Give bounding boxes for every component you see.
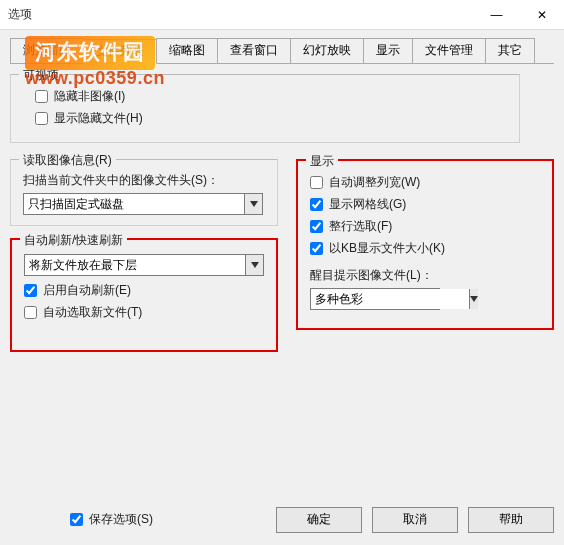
kb-size-checkbox[interactable] [310, 242, 323, 255]
save-options-checkbox[interactable] [70, 513, 83, 526]
full-row-checkbox[interactable] [310, 220, 323, 233]
tab-browse-window[interactable]: 浏览窗口 [10, 38, 84, 63]
cancel-button[interactable]: 取消 [372, 507, 458, 533]
close-button[interactable]: ✕ [519, 0, 564, 30]
placement-combo[interactable] [24, 254, 264, 276]
tab-display[interactable]: 显示 [363, 38, 413, 63]
highlight-combo[interactable] [310, 288, 440, 310]
scan-label: 扫描当前文件夹中的图像文件头(S)： [23, 172, 265, 189]
tab-other[interactable]: 其它 [485, 38, 535, 63]
tab-thumbnail[interactable]: 缩略图 [156, 38, 218, 63]
highlight-label: 醒目提示图像文件(L)： [310, 267, 540, 284]
chevron-down-icon [250, 201, 258, 207]
show-grid-checkbox[interactable] [310, 198, 323, 211]
hide-non-image-label: 隐藏非图像(I) [54, 88, 125, 105]
window-title: 选项 [8, 6, 474, 23]
show-grid-label: 显示网格线(G) [329, 196, 406, 213]
auto-width-label: 自动调整列宽(W) [329, 174, 420, 191]
chevron-down-icon [470, 296, 478, 302]
highlight-combo-input[interactable] [311, 289, 469, 309]
highlight-combo-dropdown[interactable] [469, 289, 478, 309]
hide-non-image-checkbox[interactable] [35, 90, 48, 103]
tab-file-manage[interactable]: 文件管理 [412, 38, 486, 63]
show-hidden-checkbox[interactable] [35, 112, 48, 125]
group-display: 显示 自动调整列宽(W) 显示网格线(G) 整行选取(F) 以KB显示文件大小(… [296, 159, 554, 330]
save-options-label: 保存选项(S) [89, 511, 153, 528]
tab-strip: 浏览窗口 文件列表 缩略图 查看窗口 幻灯放映 显示 文件管理 其它 [10, 38, 554, 64]
tab-slideshow[interactable]: 幻灯放映 [290, 38, 364, 63]
scan-combo[interactable] [23, 193, 263, 215]
scan-combo-dropdown[interactable] [244, 194, 262, 214]
group-read-info-legend: 读取图像信息(R) [19, 152, 116, 169]
chevron-down-icon [251, 262, 259, 268]
auto-select-new-checkbox[interactable] [24, 306, 37, 319]
help-button[interactable]: 帮助 [468, 507, 554, 533]
kb-size-label: 以KB显示文件大小(K) [329, 240, 445, 257]
enable-auto-refresh-checkbox[interactable] [24, 284, 37, 297]
ok-button[interactable]: 确定 [276, 507, 362, 533]
group-refresh-legend: 自动刷新/快速刷新 [20, 232, 127, 249]
auto-select-new-label: 自动选取新文件(T) [43, 304, 142, 321]
scan-combo-input[interactable] [24, 194, 244, 214]
group-read-info: 读取图像信息(R) 扫描当前文件夹中的图像文件头(S)： [10, 159, 278, 226]
placement-combo-dropdown[interactable] [245, 255, 263, 275]
minimize-button[interactable]: — [474, 0, 519, 30]
group-visible-legend: 可视项 [19, 67, 63, 84]
auto-width-checkbox[interactable] [310, 176, 323, 189]
placement-combo-input[interactable] [25, 255, 245, 275]
group-refresh: 自动刷新/快速刷新 启用自动刷新(E) 自动选取新文件(T) [10, 238, 278, 352]
enable-auto-refresh-label: 启用自动刷新(E) [43, 282, 131, 299]
tab-file-list[interactable]: 文件列表 [83, 39, 157, 64]
show-hidden-label: 显示隐藏文件(H) [54, 110, 143, 127]
group-visible: 可视项 隐藏非图像(I) 显示隐藏文件(H) [10, 74, 520, 143]
group-display-legend: 显示 [306, 153, 338, 170]
tab-view-window[interactable]: 查看窗口 [217, 38, 291, 63]
full-row-label: 整行选取(F) [329, 218, 392, 235]
